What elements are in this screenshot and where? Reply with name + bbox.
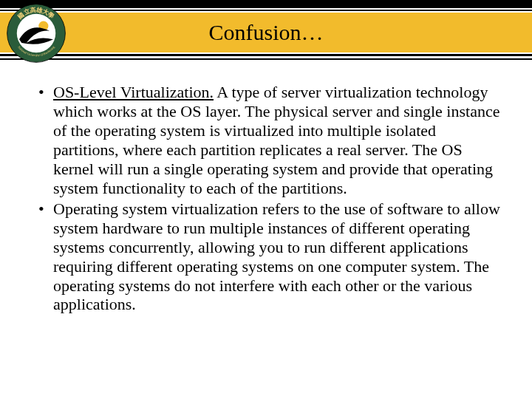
bullet-lead: Operating system virtualization [53, 200, 258, 218]
slide-title: Confusion… [0, 20, 532, 45]
bullet-lead: OS-Level Virtualization. [53, 83, 214, 101]
top-black-bar [0, 0, 532, 8]
list-item: OS-Level Virtualization. A type of serve… [37, 83, 501, 198]
list-item: Operating system virtualization refers t… [37, 200, 501, 315]
slide: ICAL 國立高雄大學 National University of Kaohs… [0, 0, 532, 399]
top-thin-line [0, 10, 532, 11]
body-content: OS-Level Virtualization. A type of serve… [37, 83, 501, 316]
band-bottom-thin-line [0, 58, 532, 60]
band-bottom-thick-line [0, 54, 532, 56]
bullet-list: OS-Level Virtualization. A type of serve… [37, 83, 501, 314]
corner-label: ICAL [512, 1, 528, 8]
